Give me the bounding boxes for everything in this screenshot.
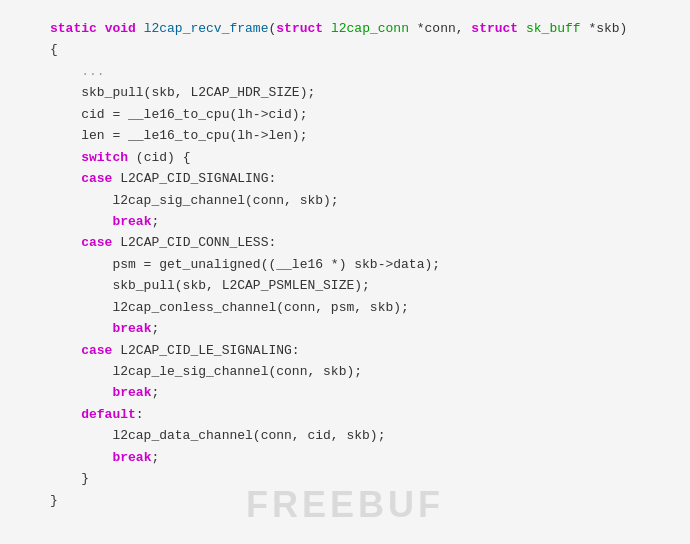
code-line: static void l2cap_recv_frame(struct l2ca… bbox=[50, 18, 670, 39]
token-va bbox=[50, 64, 81, 79]
code-line: case L2CAP_CID_LE_SIGNALING: bbox=[50, 340, 670, 361]
token-va bbox=[50, 321, 112, 336]
token-va: ; bbox=[151, 321, 159, 336]
token-kw: void bbox=[105, 21, 136, 36]
token-fn: l2cap_recv_frame bbox=[144, 21, 269, 36]
token-va: l2cap_le_sig_channel(conn, skb); bbox=[50, 364, 362, 379]
code-line: skb_pull(skb, L2CAP_HDR_SIZE); bbox=[50, 82, 670, 103]
token-va: L2CAP_CID_CONN_LESS: bbox=[112, 235, 276, 250]
code-line: cid = __le16_to_cpu(lh->cid); bbox=[50, 104, 670, 125]
code-container: static void l2cap_recv_frame(struct l2ca… bbox=[0, 0, 690, 529]
token-va bbox=[50, 214, 112, 229]
token-va: *conn, bbox=[409, 21, 471, 36]
token-kw: case bbox=[81, 235, 112, 250]
token-va: ; bbox=[151, 385, 159, 400]
code-line: break; bbox=[50, 382, 670, 403]
token-va: { bbox=[50, 42, 58, 57]
token-va bbox=[50, 150, 81, 165]
token-ty: l2cap_conn bbox=[331, 21, 409, 36]
code-line: { bbox=[50, 39, 670, 60]
token-kw: case bbox=[81, 171, 112, 186]
token-va: cid = __le16_to_cpu(lh->cid); bbox=[50, 107, 307, 122]
token-va: : bbox=[136, 407, 144, 422]
token-va bbox=[50, 407, 81, 422]
token-va: l2cap_data_channel(conn, cid, skb); bbox=[50, 428, 385, 443]
code-line: l2cap_le_sig_channel(conn, skb); bbox=[50, 361, 670, 382]
token-va bbox=[136, 21, 144, 36]
code-line: l2cap_sig_channel(conn, skb); bbox=[50, 190, 670, 211]
token-va: *skb) bbox=[581, 21, 628, 36]
code-line: break; bbox=[50, 318, 670, 339]
token-kw: break bbox=[112, 321, 151, 336]
code-line: skb_pull(skb, L2CAP_PSMLEN_SIZE); bbox=[50, 275, 670, 296]
token-va bbox=[323, 21, 331, 36]
token-co: ... bbox=[81, 64, 104, 79]
token-kw: break bbox=[112, 450, 151, 465]
code-line: l2cap_data_channel(conn, cid, skb); bbox=[50, 425, 670, 446]
token-kw: break bbox=[112, 214, 151, 229]
token-va: skb_pull(skb, L2CAP_PSMLEN_SIZE); bbox=[50, 278, 370, 293]
token-va: ; bbox=[151, 450, 159, 465]
code-line: } bbox=[50, 490, 670, 511]
token-va bbox=[97, 21, 105, 36]
code-line: break; bbox=[50, 447, 670, 468]
token-kw: struct bbox=[471, 21, 518, 36]
code-line: } bbox=[50, 468, 670, 489]
code-line: l2cap_conless_channel(conn, psm, skb); bbox=[50, 297, 670, 318]
token-va bbox=[50, 385, 112, 400]
code-line: break; bbox=[50, 211, 670, 232]
token-kw: static bbox=[50, 21, 97, 36]
token-va: (cid) { bbox=[128, 150, 190, 165]
token-va bbox=[50, 235, 81, 250]
token-va: l2cap_sig_channel(conn, skb); bbox=[50, 193, 339, 208]
token-va bbox=[518, 21, 526, 36]
token-va: L2CAP_CID_LE_SIGNALING: bbox=[112, 343, 299, 358]
token-va bbox=[50, 171, 81, 186]
code-line: case L2CAP_CID_SIGNALING: bbox=[50, 168, 670, 189]
token-kw: break bbox=[112, 385, 151, 400]
token-va: L2CAP_CID_SIGNALING: bbox=[112, 171, 276, 186]
token-va: skb_pull(skb, L2CAP_HDR_SIZE); bbox=[50, 85, 315, 100]
code-line: default: bbox=[50, 404, 670, 425]
token-va: ; bbox=[151, 214, 159, 229]
token-va bbox=[50, 450, 112, 465]
code-line: len = __le16_to_cpu(lh->len); bbox=[50, 125, 670, 146]
code-line: switch (cid) { bbox=[50, 147, 670, 168]
token-va: l2cap_conless_channel(conn, psm, skb); bbox=[50, 300, 409, 315]
token-kw: default bbox=[81, 407, 136, 422]
token-kw: case bbox=[81, 343, 112, 358]
code-line: ... bbox=[50, 61, 670, 82]
token-ty: sk_buff bbox=[526, 21, 581, 36]
token-va: } bbox=[50, 493, 58, 508]
code-line: case L2CAP_CID_CONN_LESS: bbox=[50, 232, 670, 253]
code-line: psm = get_unaligned((__le16 *) skb->data… bbox=[50, 254, 670, 275]
token-va: } bbox=[50, 471, 89, 486]
token-va bbox=[50, 343, 81, 358]
token-kw: struct bbox=[276, 21, 323, 36]
token-va: len = __le16_to_cpu(lh->len); bbox=[50, 128, 307, 143]
token-kw: switch bbox=[81, 150, 128, 165]
token-va: psm = get_unaligned((__le16 *) skb->data… bbox=[50, 257, 440, 272]
